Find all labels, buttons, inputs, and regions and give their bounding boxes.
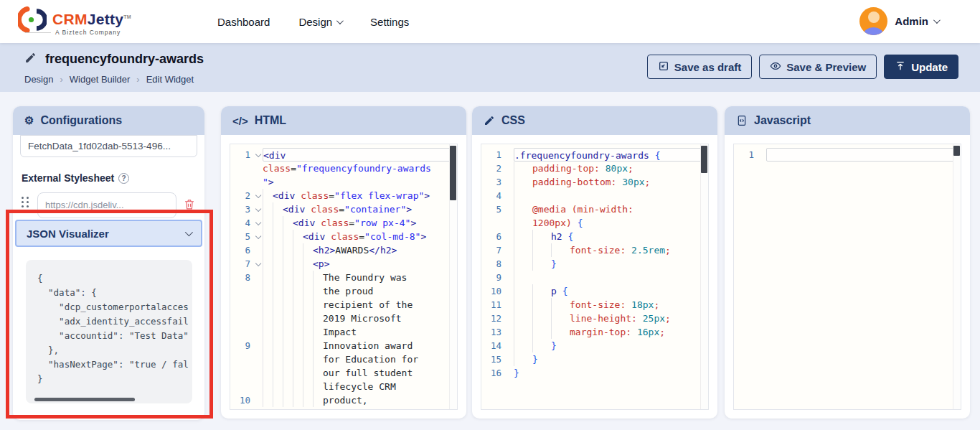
code-row: 12line-height: 25px; [481, 312, 708, 325]
file-code-icon [736, 115, 748, 126]
fold-chevron-icon [255, 151, 260, 157]
code-row: 2padding-top: 80px; [481, 162, 708, 175]
breadcrumb-design[interactable]: Design [24, 74, 53, 85]
code-row: 9Innovation award [230, 339, 457, 352]
code-row: 2<div class="flex flex-wrap"> [230, 189, 457, 202]
brand-name: CRMJettyTM [52, 9, 131, 28]
code-icon: </> [232, 115, 248, 127]
json-visualizer-toggle[interactable]: JSON Visualizer [15, 220, 202, 247]
breadcrumb-separator: › [60, 74, 62, 85]
user-menu[interactable]: Admin [859, 7, 938, 35]
fold-chevron-icon [255, 206, 260, 212]
stylesheet-url-input[interactable]: https://cdn.jsdeliv... [37, 192, 176, 218]
fold-chevron-icon [255, 192, 260, 198]
html-editor-scrollbar[interactable] [449, 144, 457, 409]
css-code-editor[interactable]: 1.frequencyfoundry-awards {2padding-top:… [481, 144, 709, 410]
avatar [859, 7, 887, 35]
help-icon[interactable]: ? [118, 173, 129, 184]
code-row: 1.frequencyfoundry-awards { [481, 148, 708, 162]
html-code-editor[interactable]: 1<divclass="frequencyfoundry-awards">2<d… [230, 144, 458, 410]
javascript-panel-title: Javascript [754, 114, 811, 127]
breadcrumb-separator: › [136, 74, 139, 85]
json-visualizer-title: JSON Visualizer [27, 228, 109, 240]
code-row: 14} [481, 339, 708, 352]
javascript-panel: Javascript 1 [725, 106, 970, 419]
pencil-icon [484, 115, 495, 126]
nav-item-dashboard[interactable]: Dashboard [217, 16, 270, 28]
html-panel-header: </> HTML [221, 106, 466, 135]
css-panel-title: CSS [501, 114, 525, 127]
code-row: 5@media (min-width: [481, 202, 708, 216]
upload-icon [895, 60, 906, 74]
html-panel: </> HTML 1<divclass="frequencyfoundry-aw… [221, 106, 466, 419]
json-visualizer-code: { "data": { "dcp_customerportalacces "ad… [37, 271, 192, 386]
external-stylesheet-label: External Stylesheet ? [22, 172, 129, 184]
eye-icon [770, 60, 781, 74]
code-row: the proud [230, 284, 457, 298]
chevron-down-icon [933, 17, 941, 24]
code-row: 8The Foundry was [230, 271, 457, 284]
delete-stylesheet-button[interactable] [183, 197, 196, 214]
code-row: 9 [481, 271, 708, 284]
json-visualizer-body[interactable]: { "data": { "dcp_customerportalacces "ad… [26, 260, 192, 403]
code-row: 2019 Microsoft [230, 312, 457, 325]
chevron-down-icon [185, 228, 193, 236]
code-row: 3<div class="container"> [230, 202, 457, 216]
save-as-draft-button[interactable]: Save as draft [647, 55, 752, 79]
css-panel: CSS 1.frequencyfoundry-awards {2padding-… [472, 106, 717, 419]
code-row: 4<div class="row px-4"> [230, 216, 457, 230]
code-row: 7<p> [230, 257, 457, 271]
code-row: 3padding-bottom: 30px; [481, 175, 708, 189]
breadcrumb-edit-widget: Edit Widget [146, 74, 194, 85]
fold-chevron-icon [255, 233, 260, 239]
code-row: 5<div class="col-md-8"> [230, 230, 457, 243]
code-row: 4 [481, 189, 708, 202]
gear-icon: ⚙ [24, 114, 34, 127]
save-draft-icon [658, 60, 669, 74]
page-title: frequencyfoundry-awards [45, 52, 204, 67]
code-row: 7font-size: 2.5rem; [481, 243, 708, 257]
stylesheet-row: https://cdn.jsdeliv... [22, 192, 196, 218]
fetch-data-input[interactable]: FetchData_1fd02dab-5513-496... [20, 135, 197, 157]
top-navbar: CRMJettyTM A Biztech Company Dashboard D… [0, 0, 980, 43]
code-row: 10p { [481, 284, 708, 298]
code-row: 15} [481, 352, 708, 366]
code-row: 8} [481, 257, 708, 271]
user-name-label: Admin [895, 15, 928, 27]
crmjetty-logo[interactable]: CRMJettyTM A Biztech Company [18, 5, 131, 38]
json-horizontal-scrollbar[interactable] [34, 398, 135, 401]
javascript-code-editor[interactable]: 1 [733, 144, 961, 410]
code-row: 16} [481, 366, 708, 380]
code-row: 11font-size: 18px; [481, 298, 708, 312]
edit-title-icon[interactable] [24, 52, 37, 67]
fold-chevron-icon [255, 220, 260, 225]
javascript-editor-scrollbar[interactable] [953, 144, 961, 409]
javascript-panel-header: Javascript [725, 106, 970, 135]
breadcrumb-widget-builder[interactable]: Widget Builder [70, 74, 131, 85]
crmjetty-logo-icon [18, 5, 47, 38]
code-row: 6<h2>AWARDS</h2> [230, 243, 457, 257]
code-row: for Education for [230, 352, 457, 366]
trash-icon [183, 197, 196, 211]
code-row: our full student [230, 366, 457, 380]
configurations-panel-header: ⚙ Configurations [13, 106, 204, 135]
code-row: 13margin-top: 16px; [481, 325, 708, 339]
save-and-preview-button[interactable]: Save & Preview [759, 55, 877, 79]
configurations-panel: ⚙ Configurations FetchData_1fd02dab-5513… [13, 106, 204, 420]
nav-item-design[interactable]: Design [298, 16, 341, 28]
css-editor-scrollbar[interactable] [700, 144, 708, 409]
css-panel-header: CSS [472, 106, 717, 135]
code-row: 1<div [230, 148, 457, 162]
update-button[interactable]: Update [884, 55, 958, 79]
code-row: lifecycle CRM [230, 380, 457, 393]
code-row: class="frequencyfoundry-awards [230, 162, 457, 175]
page-header-bar: frequencyfoundry-awards Design › Widget … [0, 43, 980, 92]
configurations-title: Configurations [40, 114, 122, 127]
fold-chevron-icon [255, 261, 260, 266]
nav-item-settings[interactable]: Settings [370, 16, 409, 28]
code-row: Impact [230, 325, 457, 339]
code-row: 1200px) { [481, 216, 708, 230]
brand-tagline: A Biztech Company [52, 29, 131, 36]
code-row: 10product, [230, 393, 457, 407]
code-row: "> [230, 175, 457, 189]
